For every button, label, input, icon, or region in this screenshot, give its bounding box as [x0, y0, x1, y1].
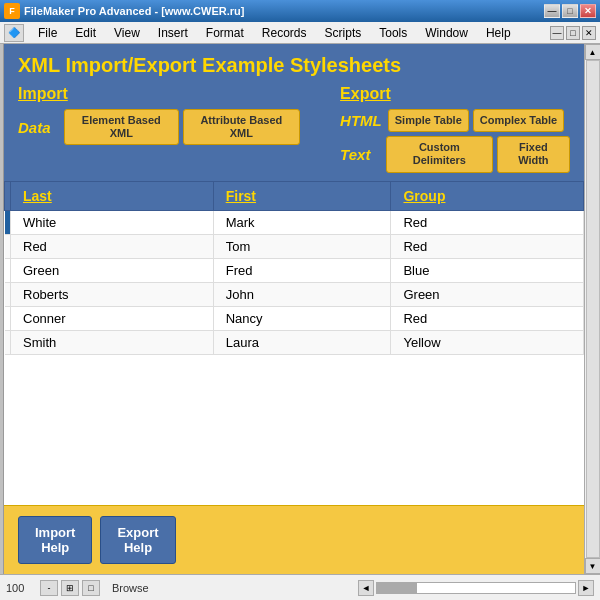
scroll-right-button[interactable]: ►: [578, 580, 594, 596]
export-header: Export: [340, 85, 570, 103]
cell-group: Red: [391, 306, 584, 330]
table-row: RedTomRed: [5, 234, 584, 258]
close-button[interactable]: ✕: [580, 4, 596, 18]
scroll-horizontal-thumb[interactable]: [377, 583, 417, 593]
zoom-out-button[interactable]: -: [40, 580, 58, 596]
cell-first: Nancy: [213, 306, 391, 330]
table-header-row: Last First Group: [5, 181, 584, 210]
menu-minimize-button[interactable]: —: [550, 26, 564, 40]
blue-header-section: XML Import/Export Example Stylesheets Im…: [4, 44, 584, 181]
export-section: Export HTML Simple Table Complex Table T…: [340, 85, 570, 173]
page-title: XML Import/Export Example Stylesheets: [18, 54, 570, 77]
export-html-btn-group: Simple Table Complex Table: [388, 109, 564, 132]
export-rows: HTML Simple Table Complex Table Text Cus…: [340, 109, 570, 173]
text-label: Text: [340, 146, 380, 163]
content-area: XML Import/Export Example Stylesheets Im…: [0, 44, 600, 574]
app-menu-icon[interactable]: 🔷: [4, 24, 24, 42]
col-last: Last: [11, 181, 214, 210]
data-table: Last First Group WhiteMarkRedRedTomRedGr…: [4, 181, 584, 355]
minimize-button[interactable]: —: [544, 4, 560, 18]
cell-group: Green: [391, 282, 584, 306]
export-html-row: HTML Simple Table Complex Table: [340, 109, 570, 132]
scroll-vertical-track[interactable]: [586, 60, 600, 558]
zoom-level: 100: [6, 582, 36, 594]
scroll-down-arrow[interactable]: ▼: [585, 558, 601, 574]
import-header: Import: [18, 85, 300, 103]
menu-records[interactable]: Records: [254, 24, 315, 42]
cell-first: Tom: [213, 234, 391, 258]
cell-group: Blue: [391, 258, 584, 282]
table-row: SmithLauraYellow: [5, 330, 584, 354]
menu-format[interactable]: Format: [198, 24, 252, 42]
export-help-button[interactable]: ExportHelp: [100, 516, 175, 564]
menu-view[interactable]: View: [106, 24, 148, 42]
menu-restore-button[interactable]: □: [566, 26, 580, 40]
cell-group: Red: [391, 210, 584, 234]
cell-last: Green: [11, 258, 214, 282]
right-scrollbar: ▲ ▼: [584, 44, 600, 574]
col-first: First: [213, 181, 391, 210]
export-text-btn-group: Custom Delimiters Fixed Width: [386, 136, 570, 172]
table-row: RobertsJohnGreen: [5, 282, 584, 306]
cell-last: Smith: [11, 330, 214, 354]
menu-close-button[interactable]: ✕: [582, 26, 596, 40]
import-export-grid: Import Data Element Based XML Attribute …: [18, 85, 570, 173]
table-row: ConnerNancyRed: [5, 306, 584, 330]
table-row: WhiteMarkRed: [5, 210, 584, 234]
html-label: HTML: [340, 112, 382, 129]
status-icons: - ⊞ □: [40, 580, 100, 596]
scroll-horizontal-track[interactable]: [376, 582, 576, 594]
cell-group: Red: [391, 234, 584, 258]
menu-help[interactable]: Help: [478, 24, 519, 42]
custom-delimiters-button[interactable]: Custom Delimiters: [386, 136, 493, 172]
menu-window[interactable]: Window: [417, 24, 476, 42]
zoom-in-button[interactable]: □: [82, 580, 100, 596]
cell-first: Mark: [213, 210, 391, 234]
cell-first: Laura: [213, 330, 391, 354]
attribute-based-xml-button[interactable]: Attribute Based XML: [183, 109, 301, 145]
status-bar: 100 - ⊞ □ Browse ◄ ►: [0, 574, 600, 600]
element-based-xml-button[interactable]: Element Based XML: [64, 109, 179, 145]
menu-scripts[interactable]: Scripts: [317, 24, 370, 42]
fit-button[interactable]: ⊞: [61, 580, 79, 596]
app-icon: F: [4, 3, 20, 19]
browse-mode: Browse: [112, 582, 149, 594]
cell-group: Yellow: [391, 330, 584, 354]
col-group: Group: [391, 181, 584, 210]
window-title: FileMaker Pro Advanced - [www.CWER.ru]: [24, 5, 244, 17]
title-bar: F FileMaker Pro Advanced - [www.CWER.ru]…: [0, 0, 600, 22]
cell-last: Conner: [11, 306, 214, 330]
data-label: Data: [18, 119, 58, 136]
menu-tools[interactable]: Tools: [371, 24, 415, 42]
cell-first: John: [213, 282, 391, 306]
import-section: Import Data Element Based XML Attribute …: [18, 85, 300, 145]
cell-first: Fred: [213, 258, 391, 282]
export-text-row: Text Custom Delimiters Fixed Width: [340, 136, 570, 172]
main-content: XML Import/Export Example Stylesheets Im…: [4, 44, 584, 574]
fixed-width-button[interactable]: Fixed Width: [497, 136, 570, 172]
import-data-row: Data Element Based XML Attribute Based X…: [18, 109, 300, 145]
import-btn-group: Element Based XML Attribute Based XML: [64, 109, 300, 145]
scroll-left-button[interactable]: ◄: [358, 580, 374, 596]
status-scroll: ◄ ►: [358, 580, 594, 596]
complex-table-button[interactable]: Complex Table: [473, 109, 564, 132]
menu-edit[interactable]: Edit: [67, 24, 104, 42]
menu-bar: 🔷 File Edit View Insert Format Records S…: [0, 22, 600, 44]
maximize-button[interactable]: □: [562, 4, 578, 18]
simple-table-button[interactable]: Simple Table: [388, 109, 469, 132]
import-help-button[interactable]: ImportHelp: [18, 516, 92, 564]
cell-last: Roberts: [11, 282, 214, 306]
menu-file[interactable]: File: [30, 24, 65, 42]
table-section: Last First Group WhiteMarkRedRedTomRedGr…: [4, 181, 584, 505]
scroll-up-arrow[interactable]: ▲: [585, 44, 601, 60]
cell-last: White: [11, 210, 214, 234]
bottom-section: ImportHelp ExportHelp: [4, 505, 584, 574]
table-row: GreenFredBlue: [5, 258, 584, 282]
menu-insert[interactable]: Insert: [150, 24, 196, 42]
cell-last: Red: [11, 234, 214, 258]
window-controls: — □ ✕: [544, 4, 596, 18]
